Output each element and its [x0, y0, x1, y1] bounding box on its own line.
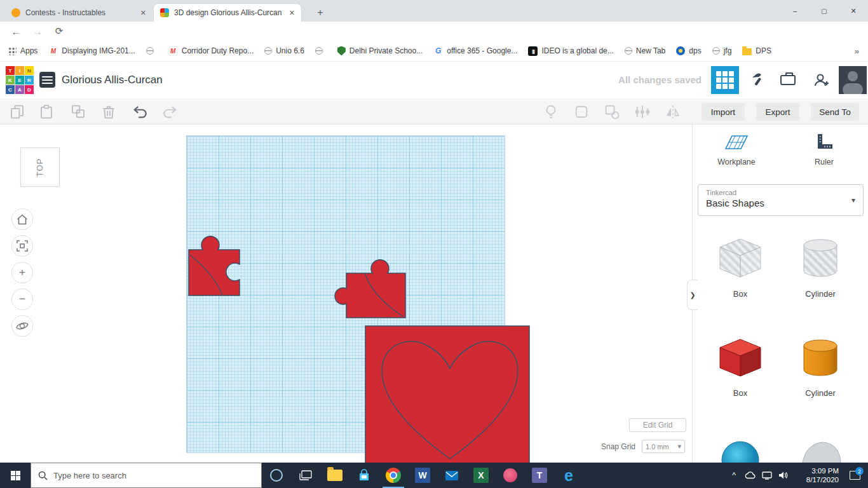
- teams-icon: T: [532, 468, 547, 483]
- start-button[interactable]: [0, 463, 31, 488]
- shape-roof[interactable]: [789, 436, 852, 463]
- view-cube[interactable]: TOP: [20, 147, 60, 187]
- lightbulb-icon[interactable]: [543, 104, 559, 120]
- bookmark-item[interactable]: [146, 47, 158, 55]
- paste-icon[interactable]: [38, 104, 55, 120]
- bookmark-apps[interactable]: Apps: [8, 46, 37, 55]
- window-minimize-button[interactable]: –: [780, 0, 810, 22]
- reload-icon[interactable]: ⟳: [51, 24, 67, 39]
- shape-box-solid[interactable]: Box: [709, 333, 772, 398]
- tinkercad-favicon: [160, 8, 169, 17]
- tab-close-icon[interactable]: ✕: [289, 9, 295, 17]
- heart-plate[interactable]: [365, 326, 529, 463]
- new-tab-button[interactable]: +: [313, 5, 328, 20]
- tab-3d-design[interactable]: 3D design Glorious Allis-Curcan ✕: [154, 4, 301, 22]
- puzzle-piece-1[interactable]: [189, 236, 240, 295]
- edge-button[interactable]: e: [554, 463, 583, 488]
- forward-icon[interactable]: →: [29, 24, 46, 39]
- import-button[interactable]: Import: [702, 103, 745, 121]
- bookmark-item[interactable]: New Tab: [625, 46, 665, 55]
- dashboard-grid-button[interactable]: [711, 66, 739, 94]
- tab-close-icon[interactable]: ✕: [140, 9, 146, 17]
- perspective-toggle-icon[interactable]: [11, 315, 33, 337]
- puzzle-piece-2[interactable]: [335, 260, 405, 318]
- delete-trash-icon[interactable]: [100, 104, 117, 120]
- screen: Contests - Instructables ✕ 3D design Glo…: [0, 0, 868, 488]
- fit-view-icon[interactable]: [11, 235, 33, 257]
- bookmark-item[interactable]: Delhi Private Schoo...: [337, 46, 423, 56]
- align-icon[interactable]: [634, 104, 651, 120]
- window-maximize-button[interactable]: ▢: [810, 0, 839, 22]
- undo-icon[interactable]: [132, 104, 149, 120]
- window-close-button[interactable]: ✕: [839, 0, 868, 22]
- shape-cylinder-solid[interactable]: Cylinder: [789, 333, 852, 398]
- design-list-icon[interactable]: [39, 72, 55, 88]
- export-button[interactable]: Export: [756, 103, 799, 121]
- photos-button[interactable]: [496, 463, 525, 488]
- task-view-icon: [299, 470, 312, 480]
- design-title[interactable]: Glorious Allis-Curcan: [62, 74, 163, 86]
- chrome-button[interactable]: [379, 463, 408, 488]
- tab-contests[interactable]: Contests - Instructables ✕: [5, 4, 153, 22]
- shape-sphere[interactable]: [709, 436, 772, 463]
- onedrive-cloud-icon[interactable]: [742, 463, 759, 488]
- mail-button[interactable]: [437, 463, 466, 488]
- bookmarks-overflow-icon[interactable]: »: [855, 46, 859, 56]
- edit-grid-button[interactable]: Edit Grid: [629, 418, 686, 432]
- store-button[interactable]: [349, 463, 379, 488]
- send-to-button[interactable]: Send To: [811, 103, 859, 121]
- back-icon[interactable]: ←: [8, 24, 24, 39]
- bookmark-item[interactable]: IDEO is a global de...: [528, 46, 613, 56]
- excel-button[interactable]: X: [466, 463, 496, 488]
- home-view-icon[interactable]: [11, 208, 33, 230]
- tray-expand-icon[interactable]: ^: [726, 463, 742, 488]
- teams-button[interactable]: T: [525, 463, 554, 488]
- store-icon: [358, 469, 370, 482]
- panel-collapse-handle[interactable]: ❯: [687, 280, 698, 310]
- zoom-in-icon[interactable]: +: [11, 262, 33, 283]
- ungroup-icon[interactable]: [604, 104, 620, 120]
- file-explorer-button[interactable]: [320, 463, 349, 488]
- bookmark-item[interactable]: Displaying IMG-201...: [48, 46, 135, 56]
- action-center-button[interactable]: 2: [841, 463, 868, 488]
- globe-icon: [712, 47, 720, 55]
- user-avatar[interactable]: [839, 66, 867, 94]
- group-icon[interactable]: [573, 104, 590, 120]
- gray-shape-icon: [795, 436, 846, 463]
- zoom-out-icon[interactable]: −: [11, 288, 33, 310]
- tools-hammer-icon[interactable]: [743, 66, 771, 94]
- bookmark-item[interactable]: Unio 6.6: [264, 46, 304, 55]
- snap-grid-select[interactable]: 1.0 mm ▾: [642, 440, 685, 453]
- shape-box-hole[interactable]: Box: [709, 234, 772, 299]
- tinkercad-logo[interactable]: TIN KER CAD: [6, 66, 34, 94]
- ruler-tool[interactable]: Ruler: [780, 132, 868, 166]
- copy-icon[interactable]: [9, 104, 25, 120]
- bookmark-item[interactable]: dps: [676, 46, 701, 55]
- design-canvas[interactable]: TOP + − Edit Grid Snap Grid 1.0 mm ▾: [0, 125, 692, 463]
- taskbar-search[interactable]: [31, 463, 262, 488]
- bookmark-item[interactable]: [315, 47, 327, 55]
- bookmark-item[interactable]: office 365 - Google...: [433, 46, 517, 56]
- globe-icon: [625, 47, 632, 55]
- cortana-button[interactable]: [262, 463, 291, 488]
- bookmarks-bar: Apps Displaying IMG-201... Corridor Duty…: [0, 41, 868, 62]
- bookmark-item[interactable]: Corridor Duty Repo...: [168, 46, 254, 56]
- volume-icon[interactable]: [775, 463, 792, 488]
- redo-icon[interactable]: [161, 104, 178, 120]
- display-icon[interactable]: [759, 463, 775, 488]
- search-input[interactable]: [53, 471, 238, 480]
- workplane-tool[interactable]: Workplane: [693, 132, 780, 166]
- word-button[interactable]: W: [408, 463, 437, 488]
- shape-cylinder-hole[interactable]: Cylinder: [789, 234, 852, 299]
- taskbar-clock[interactable]: 3:09 PM 8/17/2020: [792, 466, 841, 484]
- invite-person-icon[interactable]: [808, 66, 836, 94]
- mirror-flip-icon[interactable]: [665, 104, 681, 120]
- shape-library-dropdown[interactable]: Tinkercad Basic Shapes ▾: [698, 184, 864, 216]
- duplicate-icon[interactable]: [70, 104, 86, 120]
- bookmark-item[interactable]: jfg: [712, 46, 732, 55]
- editor-toolbar: Import Export Send To: [0, 98, 868, 125]
- briefcase-icon[interactable]: [774, 66, 802, 94]
- task-view-button[interactable]: [291, 463, 320, 488]
- caret-down-icon: ▾: [677, 442, 681, 451]
- bookmark-item[interactable]: DPS: [742, 46, 771, 55]
